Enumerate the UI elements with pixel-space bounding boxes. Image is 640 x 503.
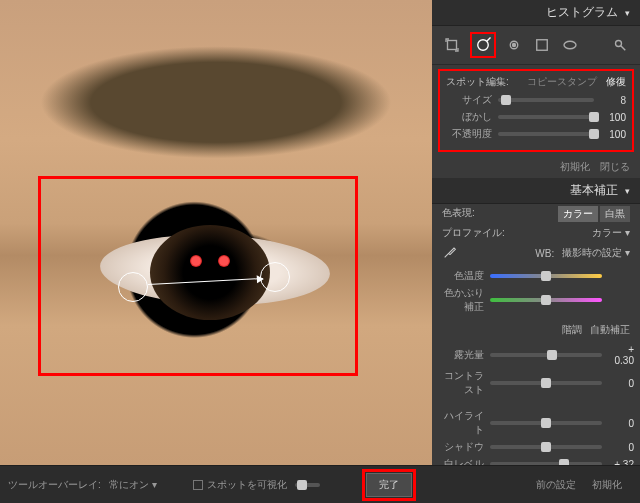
feather-label: ぼかし [446, 110, 492, 124]
footer-reset-link[interactable]: 初期化 [592, 478, 622, 492]
svg-rect-4 [537, 40, 548, 51]
contrast-slider[interactable] [490, 381, 602, 385]
overlay-label: ツールオーバーレイ: [8, 478, 101, 492]
tool-strip [432, 26, 640, 65]
temp-slider[interactable] [490, 274, 602, 278]
highlights-slider[interactable] [490, 421, 602, 425]
shadows-value: 0 [608, 442, 634, 453]
mode-clone[interactable]: コピースタンプ [527, 76, 597, 87]
prev-settings-link[interactable]: 前の設定 [536, 478, 576, 492]
feather-value: 100 [600, 112, 626, 123]
opacity-slider[interactable] [498, 132, 594, 136]
spot-edit-title: スポット編集: [446, 75, 509, 89]
wb-label: WB: [535, 248, 554, 259]
done-button[interactable]: 完了 [366, 473, 412, 497]
svg-point-5 [564, 41, 576, 49]
redeye-tool-icon[interactable] [504, 35, 524, 55]
footer-bar: ツールオーバーレイ: 常にオン ▾ スポットを可視化 完了 前の設定 初期化 [0, 465, 640, 503]
mode-heal[interactable]: 修復 [606, 76, 626, 87]
size-value: 8 [600, 95, 626, 106]
wb-value[interactable]: 撮影時の設定 ▾ [562, 246, 630, 260]
auto-button[interactable]: 自動補正 [590, 324, 630, 335]
temp-label: 色温度 [438, 269, 484, 283]
treatment-color[interactable]: カラー [558, 206, 598, 222]
overlay-select[interactable]: 常にオン ▾ [109, 478, 157, 492]
reset-link[interactable]: 初期化 [560, 160, 590, 174]
shadows-slider[interactable] [490, 445, 602, 449]
whites-label: 白レベル [438, 457, 484, 465]
opacity-label: 不透明度 [446, 127, 492, 141]
profile-value[interactable]: カラー ▾ [592, 226, 630, 240]
histogram-header[interactable]: ヒストグラム [432, 0, 640, 26]
image-canvas[interactable] [0, 0, 432, 465]
spot-edit-panel: スポット編集: コピースタンプ 修復 サイズ 8 ぼかし 100 不透明度 10… [438, 69, 634, 152]
visualize-slider[interactable] [295, 483, 321, 487]
size-label: サイズ [446, 93, 492, 107]
close-link[interactable]: 閉じる [600, 160, 630, 174]
feather-slider[interactable] [498, 115, 594, 119]
svg-point-1 [478, 40, 489, 51]
contrast-value: 0 [608, 378, 634, 389]
tint-label: 色かぶり補正 [438, 286, 484, 314]
brush-tool-icon[interactable] [610, 35, 630, 55]
grad-filter-tool-icon[interactable] [532, 35, 552, 55]
exposure-label: 露光量 [438, 348, 484, 362]
svg-point-3 [513, 44, 516, 47]
tone-header: 階調 [562, 324, 582, 335]
spot-removal-tool-icon[interactable] [473, 35, 493, 55]
treatment-bw[interactable]: 白黒 [600, 206, 630, 222]
contrast-label: コントラスト [438, 369, 484, 397]
whites-slider[interactable] [490, 462, 602, 465]
profile-label: プロファイル: [442, 226, 505, 240]
develop-panel: ヒストグラム スポット編集: コピースタンプ 修復 サイズ 8 [432, 0, 640, 465]
wb-eyedropper-icon[interactable] [442, 244, 458, 262]
highlights-label: ハイライト [438, 409, 484, 437]
svg-rect-0 [448, 41, 457, 50]
crop-tool-icon[interactable] [442, 35, 462, 55]
svg-point-6 [616, 41, 622, 47]
highlights-value: 0 [608, 418, 634, 429]
annotation-rect [38, 176, 358, 376]
radial-filter-tool-icon[interactable] [560, 35, 580, 55]
size-slider[interactable] [498, 98, 594, 102]
treatment-label: 色表現: [442, 206, 475, 222]
opacity-value: 100 [600, 129, 626, 140]
tint-slider[interactable] [490, 298, 602, 302]
basic-header[interactable]: 基本補正 [432, 178, 640, 204]
visualize-checkbox[interactable]: スポットを可視化 [193, 478, 287, 492]
exposure-value: + 0.30 [608, 344, 634, 366]
exposure-slider[interactable] [490, 353, 602, 357]
shadows-label: シャドウ [438, 440, 484, 454]
